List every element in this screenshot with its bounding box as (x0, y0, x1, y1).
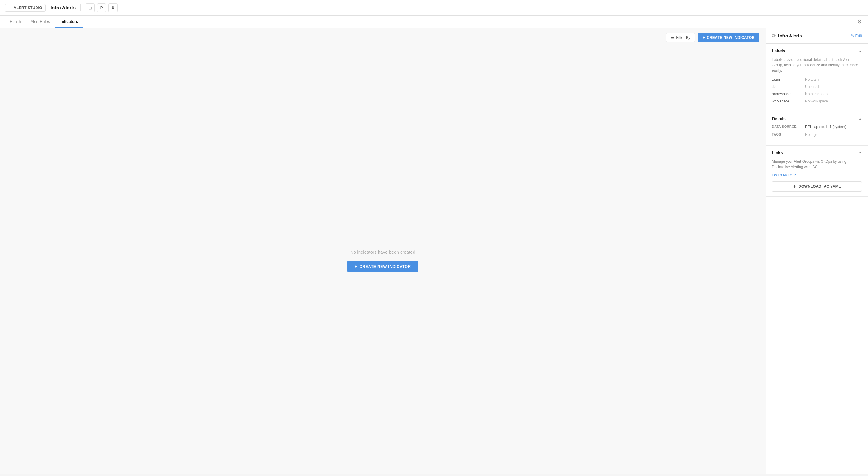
create-indicator-label-main: CREATE NEW INDICATOR (360, 264, 411, 269)
plus-icon-large: + (354, 264, 357, 269)
plus-icon: + (703, 36, 705, 40)
empty-message: No indicators have been created (350, 249, 415, 255)
filter-button[interactable]: ⚌ Filter By (666, 33, 695, 42)
topbar-icons: ⊞ P ⬇ (86, 3, 118, 12)
detail-val-datasource: RPI - ap-south-1 (system) (805, 125, 846, 129)
detail-row-tags: TAGS No tags (772, 132, 862, 137)
topbar: ← ALERT STUDIO Infra Alerts ⊞ P ⬇ (0, 0, 868, 16)
right-panel: ⟳ Infra Alerts ✎ Edit Labels ▲ Labels pr… (766, 28, 868, 475)
detail-val-tags: No tags (805, 132, 817, 137)
tab-health[interactable]: Health (5, 16, 26, 28)
download-iac-yaml-button[interactable]: ⬇ DOWNLOAD IAC YAML (772, 181, 862, 192)
edit-pencil-icon: ✎ (851, 33, 854, 38)
filter-icon: ⚌ (671, 35, 674, 40)
tab-indicators[interactable]: Indicators (55, 16, 83, 28)
tab-alert-rules[interactable]: Alert Rules (26, 16, 55, 28)
links-chevron-icon: ▼ (858, 151, 862, 155)
back-button-label: ALERT STUDIO (14, 6, 42, 10)
label-val-namespace: No namespace (805, 92, 830, 96)
label-key-namespace: namespace (772, 92, 805, 96)
learn-more-link[interactable]: Learn More ↗ (772, 172, 862, 177)
detail-key-datasource: DATA SOURCE (772, 125, 805, 128)
create-indicator-button-main[interactable]: + CREATE NEW INDICATOR (347, 261, 418, 272)
panel-icon: ⟳ (772, 33, 776, 38)
links-section-header[interactable]: Links ▼ (772, 150, 862, 155)
create-indicator-label-top: CREATE NEW INDICATOR (707, 36, 755, 40)
details-section: Details ▲ DATA SOURCE RPI - ap-south-1 (… (766, 112, 868, 146)
label-row-workspace: workspace No workspace (772, 99, 862, 103)
page-title: Infra Alerts (50, 5, 76, 10)
label-key-team: team (772, 77, 805, 82)
filter-label: Filter By (676, 35, 690, 40)
label-val-workspace: No workspace (805, 99, 828, 103)
p-icon-button[interactable]: P (97, 3, 106, 12)
grid-icon-button[interactable]: ⊞ (86, 3, 95, 12)
details-section-title: Details (772, 116, 786, 121)
panel-header: ⟳ Infra Alerts ✎ Edit (766, 28, 868, 44)
settings-gear-button[interactable]: ⚙ (856, 17, 863, 26)
download-icon: ⬇ (793, 184, 796, 189)
labels-section-header[interactable]: Labels ▲ (772, 49, 862, 53)
panel-title: Infra Alerts (778, 33, 802, 38)
divider (81, 4, 81, 11)
label-row-team: team No team (772, 77, 862, 82)
details-chevron-icon: ▲ (858, 117, 862, 121)
download-icon-button[interactable]: ⬇ (108, 3, 118, 12)
details-section-header[interactable]: Details ▲ (772, 116, 862, 121)
label-key-tier: tier (772, 85, 805, 89)
edit-label: Edit (855, 33, 862, 38)
label-row-namespace: namespace No namespace (772, 92, 862, 96)
detail-key-tags: TAGS (772, 132, 805, 136)
content-area: ⚌ Filter By + CREATE NEW INDICATOR No in… (0, 28, 766, 475)
create-indicator-button-top[interactable]: + CREATE NEW INDICATOR (698, 33, 760, 42)
detail-row-datasource: DATA SOURCE RPI - ap-south-1 (system) (772, 125, 862, 129)
panel-title-group: ⟳ Infra Alerts (772, 33, 802, 38)
download-label: DOWNLOAD IAC YAML (799, 184, 841, 189)
back-arrow-icon: ← (8, 6, 12, 10)
nav-tabs: Health Alert Rules Indicators ⚙ (0, 16, 868, 28)
learn-more-label: Learn More ↗ (772, 172, 796, 177)
main-layout: ⚌ Filter By + CREATE NEW INDICATOR No in… (0, 28, 868, 475)
label-key-workspace: workspace (772, 99, 805, 103)
labels-section-title: Labels (772, 49, 785, 53)
iac-description: Manage your Alert Groups via GitOps by u… (772, 159, 862, 169)
back-button[interactable]: ← ALERT STUDIO (5, 4, 45, 12)
label-val-tier: Untiered (805, 85, 818, 89)
links-section-title: Links (772, 150, 783, 155)
labels-chevron-icon: ▲ (858, 49, 862, 53)
labels-description: Labels provide additional details about … (772, 57, 862, 73)
label-val-team: No team (805, 77, 818, 82)
labels-section: Labels ▲ Labels provide additional detai… (766, 44, 868, 112)
empty-state: No indicators have been created + CREATE… (0, 47, 766, 475)
label-row-tier: tier Untiered (772, 85, 862, 89)
edit-link[interactable]: ✎ Edit (851, 33, 862, 38)
toolbar: ⚌ Filter By + CREATE NEW INDICATOR (0, 28, 766, 47)
links-section: Links ▼ Manage your Alert Groups via Git… (766, 146, 868, 197)
